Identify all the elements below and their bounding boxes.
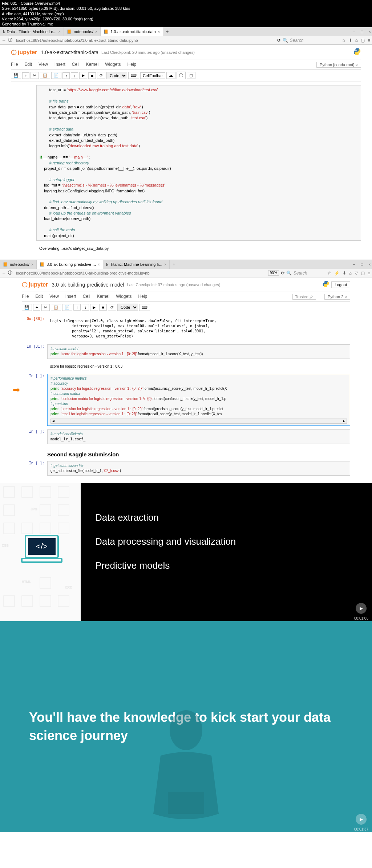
- cell-type-select[interactable]: Code: [117, 304, 138, 311]
- url-input[interactable]: localhost:8891/notebooks/notebooks/1.0-a…: [14, 37, 275, 43]
- menu-view[interactable]: View: [49, 294, 59, 300]
- play-button-icon[interactable]: ▶: [356, 603, 367, 614]
- tab-kaggle[interactable]: k Data - Titanic: Machine Le... ×: [0, 27, 64, 36]
- tab-kaggle[interactable]: k Titanic: Machine Learning fr... ×: [103, 260, 170, 269]
- move-down-button[interactable]: ↓: [71, 72, 78, 79]
- close-icon[interactable]: ×: [95, 29, 97, 34]
- code-cell[interactable]: In [ ]: # model coefficients model_lr_1.…: [22, 429, 350, 444]
- menu-file[interactable]: File: [22, 294, 29, 300]
- back-button[interactable]: ←: [2, 38, 6, 43]
- reload-icon[interactable]: ⟳: [281, 271, 284, 276]
- home-icon[interactable]: ⌂: [349, 271, 352, 276]
- ext-button[interactable]: ▢: [187, 72, 195, 79]
- move-up-button[interactable]: ↑: [73, 304, 81, 311]
- menu-insert[interactable]: Insert: [54, 62, 65, 68]
- notebook-title[interactable]: 1.0-ak-extract-titanic-data: [41, 49, 98, 55]
- info-icon[interactable]: ⓘ: [8, 37, 12, 43]
- trusted-indicator[interactable]: Trusted 🖊: [292, 294, 316, 300]
- close-icon[interactable]: ×: [58, 29, 60, 34]
- sidebar-icon[interactable]: ▢: [361, 38, 365, 43]
- paste-button[interactable]: 📄: [51, 72, 61, 79]
- minimize-icon[interactable]: −: [353, 262, 355, 267]
- command-palette-button[interactable]: ⌨: [128, 72, 139, 79]
- close-icon[interactable]: ×: [369, 29, 371, 34]
- bookmark-icon[interactable]: ☆: [342, 38, 346, 43]
- cell-type-select[interactable]: Code: [106, 72, 127, 79]
- menu-help[interactable]: Help: [128, 62, 137, 68]
- sidebar-icon[interactable]: ▢: [361, 271, 365, 276]
- cell-content[interactable]: test_url = 'https://www.kaggle.com/c/tit…: [36, 85, 361, 241]
- run-button[interactable]: ▶: [90, 304, 98, 311]
- action-icon[interactable]: ⬇: [343, 271, 346, 276]
- back-button[interactable]: ←: [2, 271, 6, 276]
- reload-icon[interactable]: ⟳: [277, 38, 281, 43]
- jupyter-logo[interactable]: jupyter: [22, 281, 48, 288]
- command-palette-button[interactable]: ⌨: [139, 304, 150, 311]
- menu-widgets[interactable]: Widgets: [105, 62, 121, 68]
- self-icon[interactable]: ⚡: [334, 271, 340, 276]
- code-cell[interactable]: In [31]: # evaluate model print 'score f…: [22, 344, 350, 359]
- search-placeholder[interactable]: Search: [290, 38, 304, 43]
- search-placeholder[interactable]: Search: [294, 271, 307, 276]
- close-icon[interactable]: ×: [164, 262, 166, 267]
- menu-edit[interactable]: Edit: [35, 294, 43, 300]
- info-button[interactable]: ⓘ: [177, 72, 186, 79]
- menu-cell[interactable]: Cell: [72, 62, 80, 68]
- menu-kernel[interactable]: Kernel: [97, 294, 110, 300]
- minimize-icon[interactable]: −: [353, 29, 355, 34]
- paste-button[interactable]: 📄: [62, 304, 72, 311]
- menu-icon[interactable]: ≡: [368, 38, 370, 43]
- horizontal-scrollbar[interactable]: ◄►: [50, 419, 347, 424]
- home-icon[interactable]: ⌂: [355, 38, 358, 43]
- menu-icon[interactable]: ≡: [368, 271, 370, 276]
- cell-content[interactable]: # evaluate model print 'score for logist…: [47, 344, 350, 359]
- restart-button[interactable]: ⟳: [108, 304, 116, 311]
- cell-content[interactable]: # performance metrics # accuracy print '…: [47, 374, 350, 426]
- menu-edit[interactable]: Edit: [24, 62, 32, 68]
- add-cell-button[interactable]: +: [22, 72, 29, 79]
- maximize-icon[interactable]: □: [361, 262, 363, 267]
- move-up-button[interactable]: ↑: [62, 72, 70, 79]
- bookmark-icon[interactable]: ☆: [327, 271, 331, 276]
- logout-button[interactable]: Logout: [331, 281, 350, 288]
- tab-active-notebook[interactable]: 📙 3.0-ak-building-predictive-... ×: [37, 260, 103, 269]
- tab-active-notebook[interactable]: 📙 1.0-ak-extract-titanic-data ×: [101, 27, 163, 36]
- menu-file[interactable]: File: [11, 62, 18, 68]
- play-button-icon[interactable]: ▶: [356, 465, 367, 476]
- copy-button[interactable]: 📋: [51, 304, 61, 311]
- markdown-heading[interactable]: Second Kaggle Submission: [47, 448, 350, 461]
- save-button[interactable]: 💾: [22, 304, 32, 311]
- menu-cell[interactable]: Cell: [83, 294, 90, 300]
- maximize-icon[interactable]: □: [361, 29, 363, 34]
- zoom-level[interactable]: 90%: [268, 270, 279, 276]
- cell-content[interactable]: # get submission file get_submission_fil…: [47, 461, 350, 476]
- close-icon[interactable]: ×: [369, 262, 371, 267]
- notebook-title[interactable]: 3.0-ak-building-predictive-model: [52, 282, 124, 288]
- tab-notebooks[interactable]: 📙 notebooks/ ×: [0, 260, 37, 269]
- close-icon[interactable]: ×: [31, 262, 33, 267]
- celltoolbar-select[interactable]: CellToolbar: [140, 72, 165, 79]
- run-button[interactable]: ▶: [79, 72, 87, 79]
- code-cell[interactable]: In [ ]: # get submission file get_submis…: [22, 461, 350, 476]
- code-cell[interactable]: test_url = 'https://www.kaggle.com/c/tit…: [11, 85, 361, 241]
- tab-notebooks[interactable]: 📙 notebooks/ ×: [64, 27, 101, 36]
- play-button-icon[interactable]: ▶: [356, 814, 367, 825]
- menu-help[interactable]: Help: [138, 294, 147, 300]
- menu-kernel[interactable]: Kernel: [86, 62, 99, 68]
- menu-view[interactable]: View: [39, 62, 48, 68]
- play-button-icon[interactable]: ▶: [356, 241, 367, 252]
- pocket-icon[interactable]: ▽: [355, 271, 358, 276]
- cell-content[interactable]: # model coefficients model_lr_1.coef_: [47, 429, 350, 444]
- url-input[interactable]: localhost:8888/notebooks/notebooks/3.0-a…: [14, 270, 266, 276]
- copy-button[interactable]: 📋: [40, 72, 50, 79]
- close-icon[interactable]: ×: [98, 262, 100, 267]
- new-tab-button[interactable]: +: [170, 262, 178, 267]
- close-icon[interactable]: ×: [158, 29, 160, 34]
- cut-button[interactable]: ✂: [41, 304, 50, 311]
- stop-button[interactable]: ■: [99, 304, 107, 311]
- jupyter-logo[interactable]: jupyter: [11, 49, 37, 56]
- restart-button[interactable]: ⟳: [97, 72, 105, 79]
- save-button[interactable]: 💾: [11, 72, 21, 79]
- menu-widgets[interactable]: Widgets: [116, 294, 132, 300]
- move-down-button[interactable]: ↓: [82, 304, 89, 311]
